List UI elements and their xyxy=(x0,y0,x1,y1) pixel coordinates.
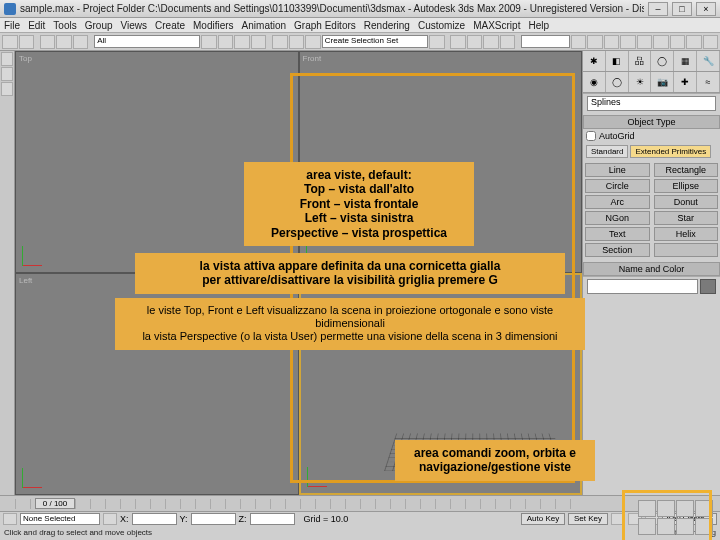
tab-hierarchy-icon[interactable]: 品 xyxy=(629,51,652,71)
tab-motion-icon[interactable]: ◯ xyxy=(651,51,674,71)
layers-button[interactable] xyxy=(604,35,620,49)
create-donut-button[interactable]: Donut xyxy=(654,195,719,209)
select-button[interactable] xyxy=(201,35,217,49)
rollout-name-color[interactable]: Name and Color xyxy=(583,262,720,276)
field-of-view-button[interactable] xyxy=(638,518,656,535)
scale-button[interactable] xyxy=(305,35,321,49)
angle-snap-toggle[interactable] xyxy=(467,35,483,49)
menu-create[interactable]: Create xyxy=(155,20,185,31)
menu-customize[interactable]: Customize xyxy=(418,20,465,31)
tab-modify-icon[interactable]: ◧ xyxy=(606,51,629,71)
create-arc-button[interactable]: Arc xyxy=(585,195,650,209)
cat-lights-icon[interactable]: ☀ xyxy=(629,72,652,92)
close-button[interactable]: × xyxy=(696,2,716,16)
bind-button[interactable] xyxy=(73,35,89,49)
zoom-extents-button[interactable] xyxy=(676,500,694,517)
menu-edit[interactable]: Edit xyxy=(28,20,45,31)
zoom-all-button[interactable] xyxy=(657,500,675,517)
set-key-button[interactable]: Set Key xyxy=(568,513,608,525)
named-selection-set-input[interactable] xyxy=(521,35,569,48)
object-name-input[interactable] xyxy=(587,279,698,294)
window-crossing-button[interactable] xyxy=(251,35,267,49)
undo-button[interactable] xyxy=(2,35,18,49)
transform-type-in-icon[interactable] xyxy=(103,513,117,525)
tab-display-icon[interactable]: ▦ xyxy=(674,51,697,71)
select-name-button[interactable] xyxy=(218,35,234,49)
menu-file[interactable]: File xyxy=(4,20,20,31)
menu-maxscript[interactable]: MAXScript xyxy=(473,20,520,31)
cat-shapes-icon[interactable]: ◯ xyxy=(606,72,629,92)
auto-key-button[interactable]: Auto Key xyxy=(521,513,565,525)
minimize-button[interactable]: – xyxy=(648,2,668,16)
left-tool-2[interactable] xyxy=(1,67,13,81)
snap-toggle[interactable] xyxy=(450,35,466,49)
status-bar: None Selected X: Y: Z: Grid = 10.0 Auto … xyxy=(0,512,720,526)
subtab-standard[interactable]: Standard xyxy=(586,145,628,158)
menu-tools[interactable]: Tools xyxy=(53,20,76,31)
subcategory-dropdown[interactable]: Splines xyxy=(587,96,716,111)
create-circle-button[interactable]: Circle xyxy=(585,179,650,193)
align-button[interactable] xyxy=(587,35,603,49)
center-pivot-button[interactable] xyxy=(429,35,445,49)
mirror-button[interactable] xyxy=(571,35,587,49)
create-section-button[interactable]: Section xyxy=(585,243,650,257)
redo-button[interactable] xyxy=(19,35,35,49)
cat-cameras-icon[interactable]: 📷 xyxy=(651,72,674,92)
time-slider-thumb[interactable]: 0 / 100 xyxy=(35,498,75,509)
z-input[interactable] xyxy=(250,513,295,525)
subtab-extended[interactable]: Extended Primitives xyxy=(630,145,711,158)
cat-spacewarps-icon[interactable]: ≈ xyxy=(697,72,720,92)
create-helix-button[interactable]: Helix xyxy=(654,227,719,241)
maximize-button[interactable]: □ xyxy=(672,2,692,16)
menu-help[interactable]: Help xyxy=(528,20,549,31)
create-ngon-button[interactable]: NGon xyxy=(585,211,650,225)
tab-create-icon[interactable]: ✱ xyxy=(583,51,606,71)
maximize-viewport-button[interactable] xyxy=(695,518,713,535)
viewport-label: Front xyxy=(303,54,322,63)
schematic-button[interactable] xyxy=(637,35,653,49)
autogrid-checkbox[interactable] xyxy=(586,131,596,141)
create-line-button[interactable]: Line xyxy=(585,163,650,177)
render-button[interactable] xyxy=(703,35,719,49)
cat-helpers-icon[interactable]: ✚ xyxy=(674,72,697,92)
menu-rendering[interactable]: Rendering xyxy=(364,20,410,31)
x-input[interactable] xyxy=(132,513,177,525)
zoom-button[interactable] xyxy=(638,500,656,517)
menu-animation[interactable]: Animation xyxy=(242,20,286,31)
link-button[interactable] xyxy=(40,35,56,49)
create-rectangle-button[interactable]: Rectangle xyxy=(654,163,719,177)
material-editor-button[interactable] xyxy=(653,35,669,49)
zoom-extents-all-button[interactable] xyxy=(695,500,713,517)
menu-views[interactable]: Views xyxy=(121,20,148,31)
select-region-button[interactable] xyxy=(234,35,250,49)
reference-coord[interactable]: Create Selection Set xyxy=(322,35,428,48)
left-tool-1[interactable] xyxy=(1,52,13,66)
orbit-button[interactable] xyxy=(676,518,694,535)
menu-graph-editors[interactable]: Graph Editors xyxy=(294,20,356,31)
menu-modifiers[interactable]: Modifiers xyxy=(193,20,234,31)
percent-snap-toggle[interactable] xyxy=(483,35,499,49)
create-ellipse-button[interactable]: Ellipse xyxy=(654,179,719,193)
prev-key-button[interactable] xyxy=(611,513,625,525)
curve-editor-button[interactable] xyxy=(620,35,636,49)
rollout-object-type[interactable]: Object Type xyxy=(583,115,720,129)
object-color-swatch[interactable] xyxy=(700,279,716,294)
move-button[interactable] xyxy=(272,35,288,49)
render-setup-button[interactable] xyxy=(670,35,686,49)
spinner-snap-toggle[interactable] xyxy=(500,35,516,49)
menu-group[interactable]: Group xyxy=(85,20,113,31)
render-frame-button[interactable] xyxy=(686,35,702,49)
y-input[interactable] xyxy=(191,513,236,525)
create-text-button[interactable]: Text xyxy=(585,227,650,241)
lock-selection-icon[interactable] xyxy=(3,513,17,525)
time-slider[interactable]: 0 / 100 xyxy=(0,496,720,512)
cat-geometry-icon[interactable]: ◉ xyxy=(583,72,606,92)
tab-utilities-icon[interactable]: 🔧 xyxy=(697,51,720,71)
unlink-button[interactable] xyxy=(56,35,72,49)
pan-button[interactable] xyxy=(657,518,675,535)
create-star-button[interactable]: Star xyxy=(654,211,719,225)
rotate-button[interactable] xyxy=(289,35,305,49)
window-title: sample.max - Project Folder C:\Documents… xyxy=(20,3,644,14)
left-tool-3[interactable] xyxy=(1,82,13,96)
selection-filter[interactable]: All xyxy=(94,35,200,48)
